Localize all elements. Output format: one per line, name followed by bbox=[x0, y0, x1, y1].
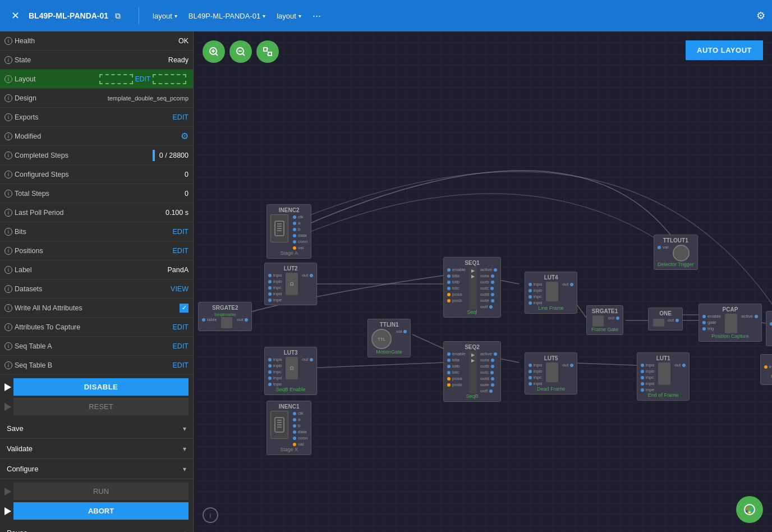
save-section: Save ▾ bbox=[0, 419, 193, 439]
positions-edit-button[interactable]: EDIT bbox=[97, 247, 189, 255]
settings-icon[interactable]: ⚙ bbox=[756, 10, 765, 22]
health-info-icon[interactable]: i bbox=[4, 37, 12, 45]
node-inenc2[interactable]: INENC2 bbox=[266, 204, 311, 259]
node-ttlout1[interactable]: TTLOUT1 val Detector Trigger bbox=[654, 235, 698, 270]
nav-item-layout2[interactable]: layout ▾ bbox=[272, 10, 306, 22]
seq-table-a-info-icon[interactable]: i bbox=[4, 342, 12, 350]
inenc1-icon-box bbox=[270, 411, 288, 439]
node-inenc1-body: clk a b data conn val bbox=[270, 411, 307, 447]
layout-edit-area[interactable]: EDIT bbox=[97, 74, 189, 84]
total-steps-info-icon[interactable]: i bbox=[4, 190, 12, 198]
pause-section[interactable]: Pause ▾ bbox=[0, 523, 193, 532]
disable-play-icon bbox=[4, 383, 11, 391]
canvas-info-button[interactable]: i bbox=[203, 507, 218, 523]
node-inenc1[interactable]: INENC1 bbox=[266, 401, 311, 455]
node-seq1[interactable]: SEQ1 enable bita bitb bitc posa posb ▶ ▶ bbox=[443, 257, 501, 318]
port-dot bbox=[491, 274, 494, 278]
action-buttons: DISABLE RESET bbox=[0, 375, 193, 419]
run-button[interactable]: RUN bbox=[13, 483, 189, 500]
node-srgate1[interactable]: SRGATE1 out Frame Gate bbox=[586, 305, 623, 335]
last-poll-value: 0.100 s bbox=[97, 209, 189, 217]
nav-chevron-3: ▾ bbox=[298, 13, 301, 19]
exports-info-icon[interactable]: i bbox=[4, 113, 12, 121]
node-lut4[interactable]: LUT4 inpa inpb inpc inpd out Line Frame bbox=[525, 272, 577, 314]
run-abort-buttons: RUN ABORT bbox=[0, 479, 193, 523]
auto-layout-button[interactable]: AUTO LAYOUT bbox=[686, 40, 763, 60]
node-lut3-out-ports: out bbox=[302, 357, 313, 387]
node-lut2[interactable]: LUT2 inpa inpb inpc inpd inpe Ω out bbox=[264, 263, 317, 305]
state-info-icon[interactable]: i bbox=[4, 56, 12, 64]
write-all-nd-checkbox[interactable]: ✓ bbox=[180, 304, 189, 313]
datasets-row: i Datasets VIEW bbox=[0, 279, 193, 299]
bits-info-icon[interactable]: i bbox=[4, 228, 12, 236]
layout-info-icon[interactable]: i bbox=[4, 75, 12, 83]
svg-rect-8 bbox=[268, 52, 272, 56]
modified-gear[interactable]: ⚙ bbox=[97, 131, 189, 141]
last-poll-info-icon[interactable]: i bbox=[4, 209, 12, 217]
checkmark-icon: ✓ bbox=[182, 304, 187, 311]
modified-info-icon[interactable]: i bbox=[4, 132, 12, 140]
palette-button[interactable] bbox=[736, 496, 763, 523]
canvas-area[interactable]: AUTO LAYOUT bbox=[194, 31, 772, 532]
port: outa bbox=[480, 273, 497, 278]
zoom-out-button[interactable] bbox=[229, 40, 252, 63]
port: inpe bbox=[268, 297, 282, 302]
node-lut5-body: inpa inpb inpc inpd out bbox=[529, 363, 573, 386]
datasets-view-button[interactable]: VIEW bbox=[97, 285, 189, 293]
abort-button[interactable]: ABORT bbox=[13, 502, 189, 520]
label-info-icon[interactable]: i bbox=[4, 266, 12, 274]
nav-item-layout1[interactable]: layout ▾ bbox=[148, 10, 182, 22]
zoom-in-button[interactable] bbox=[203, 40, 225, 63]
attributes-info-icon[interactable]: i bbox=[4, 323, 12, 331]
node-lut1-body: inpa inpb inpc inpd inpe out bbox=[641, 363, 686, 392]
positions-info-icon[interactable]: i bbox=[4, 247, 12, 255]
datasets-info-icon[interactable]: i bbox=[4, 285, 12, 293]
disable-button[interactable]: DISABLE bbox=[13, 378, 189, 396]
port-dot bbox=[268, 364, 272, 368]
port-dot bbox=[641, 388, 644, 392]
positions-row: i Positions EDIT bbox=[0, 241, 193, 260]
health-value: OK bbox=[97, 37, 189, 45]
node-srgate2[interactable]: SRGATE2 SeqEnable table out bbox=[198, 302, 252, 331]
seq-table-b-info-icon[interactable]: i bbox=[4, 361, 12, 369]
fit-view-button[interactable] bbox=[256, 40, 279, 63]
configured-steps-info-icon[interactable]: i bbox=[4, 171, 12, 178]
port: inpd bbox=[529, 381, 542, 386]
validate-section: Validate ▾ bbox=[0, 439, 193, 459]
completed-steps-info-icon[interactable]: i bbox=[4, 152, 12, 159]
port: val bbox=[293, 245, 307, 250]
port: outf bbox=[480, 304, 497, 309]
node-pcap[interactable]: PCAP enable gate trig active Position Ca… bbox=[699, 304, 762, 342]
node-lut5[interactable]: LUT5 inpa inpb inpc inpd out Dead Frame bbox=[525, 352, 577, 395]
exports-edit-button[interactable]: EDIT bbox=[97, 113, 189, 121]
node-seq2[interactable]: SEQ2 enable bita bitb bitc posa posb ▶ ▶ bbox=[443, 341, 501, 402]
seq-table-b-edit-button[interactable]: EDIT bbox=[97, 361, 189, 369]
reset-button[interactable]: RESET bbox=[13, 398, 189, 415]
node-pos[interactable]: POS input out BL49P-ML-PANDA-01:SEQPOS bbox=[760, 354, 772, 385]
port: val bbox=[770, 321, 772, 326]
configure-header[interactable]: Configure ▾ bbox=[0, 459, 193, 479]
port-dot bbox=[491, 281, 494, 284]
node-one-out-ports: out bbox=[668, 318, 679, 328]
nav-item-device[interactable]: BL49P-ML-PANDA-01 ▾ bbox=[184, 10, 270, 22]
port: inpd bbox=[268, 375, 282, 380]
design-info-icon[interactable]: i bbox=[4, 94, 12, 102]
close-button[interactable]: ✕ bbox=[7, 7, 24, 24]
layout-edit-button[interactable]: EDIT bbox=[135, 75, 150, 83]
node-lut3[interactable]: LUT3 inpa inpb inpc inpd inpe Ω out bbox=[264, 347, 317, 395]
node-ttlin1[interactable]: TTLIN1 TTL val MotionGate bbox=[367, 319, 411, 357]
nav-more-button[interactable]: ··· bbox=[308, 8, 325, 24]
save-header[interactable]: Save ▾ bbox=[0, 419, 193, 438]
bits-edit-button[interactable]: EDIT bbox=[97, 228, 189, 236]
port-dot bbox=[293, 437, 296, 440]
node-lut1[interactable]: LUT1 inpa inpb inpc inpd inpe out End of… bbox=[637, 352, 690, 401]
seq-table-a-edit-button[interactable]: EDIT bbox=[97, 342, 189, 350]
node-ttlout2[interactable]: TTLOUT2 val TTL output 2 bbox=[766, 311, 772, 346]
validate-header[interactable]: Validate ▾ bbox=[0, 439, 193, 458]
node-lut1-in-ports: inpa inpb inpc inpd inpe bbox=[641, 363, 654, 392]
node-lut3-title: LUT3 bbox=[268, 350, 313, 356]
attributes-edit-button[interactable]: EDIT bbox=[97, 323, 189, 331]
write-all-nd-info-icon[interactable]: i bbox=[4, 304, 12, 312]
open-external-icon[interactable]: ⧉ bbox=[115, 11, 121, 21]
node-one[interactable]: ONE out bbox=[648, 308, 683, 331]
